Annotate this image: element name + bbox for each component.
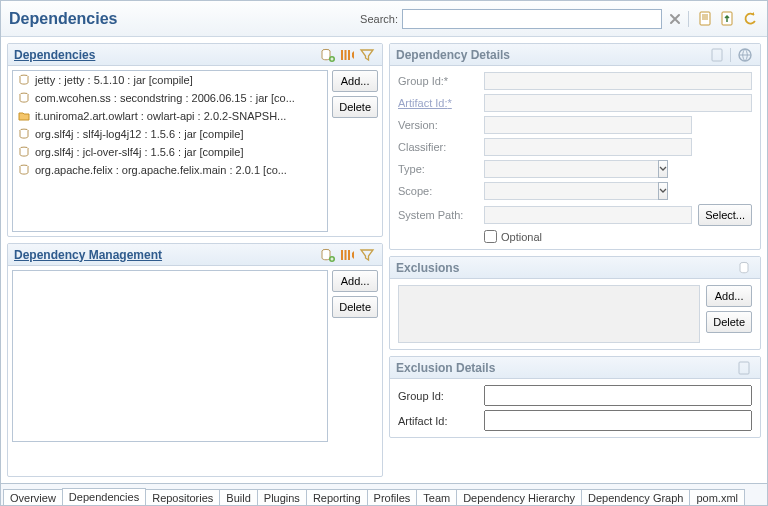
- dependencies-title[interactable]: Dependencies: [14, 48, 95, 62]
- excl-group-id-field[interactable]: [484, 385, 752, 406]
- tab-dependencies[interactable]: Dependencies: [62, 488, 146, 505]
- tab-dependency-hierarchy[interactable]: Dependency Hierarchy: [456, 489, 582, 505]
- select-path-button[interactable]: Select...: [698, 204, 752, 226]
- add-jar-icon[interactable]: [736, 259, 754, 277]
- system-path-field[interactable]: [484, 206, 692, 224]
- label-artifact-id[interactable]: Artifact Id:: [398, 97, 478, 109]
- jar-icon: [17, 163, 31, 177]
- svg-rect-14: [341, 250, 343, 260]
- tab-overview[interactable]: Overview: [3, 489, 63, 505]
- tab-dependency-graph[interactable]: Dependency Graph: [581, 489, 690, 505]
- editor-tabs: OverviewDependenciesRepositoriesBuildPlu…: [1, 483, 767, 505]
- label-optional: Optional: [501, 231, 542, 243]
- optional-checkbox[interactable]: [484, 230, 497, 243]
- page-title: Dependencies: [9, 10, 117, 28]
- label-excl-artifact-id: Artifact Id:: [398, 415, 478, 427]
- chevron-down-icon[interactable]: [658, 160, 668, 178]
- search-label: Search:: [360, 13, 398, 25]
- excl-delete-button[interactable]: Delete: [706, 311, 752, 333]
- dependency-details-section: Dependency Details Group Id: Artifact Id…: [389, 43, 761, 250]
- sort-icon[interactable]: [338, 246, 356, 264]
- svg-rect-17: [712, 49, 722, 61]
- list-item[interactable]: org.slf4j : jcl-over-slf4j : 1.5.6 : jar…: [13, 143, 327, 161]
- add-jar-icon[interactable]: [318, 46, 336, 64]
- dependencies-section: Dependencies jetty : jetty : 5.1.10 : ja…: [7, 43, 383, 237]
- label-excl-group-id: Group Id:: [398, 390, 478, 402]
- excl-add-button[interactable]: Add...: [706, 285, 752, 307]
- sort-icon[interactable]: [338, 46, 356, 64]
- chevron-down-icon[interactable]: [658, 182, 668, 200]
- project-icon: [17, 109, 31, 123]
- scope-combo[interactable]: [484, 182, 644, 200]
- filter-icon[interactable]: [358, 246, 376, 264]
- dep-mgmt-title[interactable]: Dependency Management: [14, 248, 162, 262]
- svg-rect-16: [348, 250, 350, 260]
- exclusions-title: Exclusions: [396, 261, 459, 275]
- tab-plugins[interactable]: Plugins: [257, 489, 307, 505]
- artifact-id-field[interactable]: [484, 94, 752, 112]
- exclusions-section: Exclusions Add... Delete: [389, 256, 761, 350]
- filter-icon[interactable]: [358, 46, 376, 64]
- excl-artifact-id-field[interactable]: [484, 410, 752, 431]
- jar-icon: [17, 73, 31, 87]
- label-system-path: System Path:: [398, 209, 478, 221]
- version-field[interactable]: [484, 116, 692, 134]
- deps-add-button[interactable]: Add...: [332, 70, 378, 92]
- label-group-id: Group Id:: [398, 75, 478, 87]
- tab-build[interactable]: Build: [219, 489, 257, 505]
- classifier-field[interactable]: [484, 138, 692, 156]
- deps-delete-button[interactable]: Delete: [332, 96, 378, 118]
- open-web-icon[interactable]: [736, 46, 754, 64]
- jar-icon: [17, 145, 31, 159]
- label-scope: Scope:: [398, 185, 478, 197]
- open-pom-icon[interactable]: [709, 46, 727, 64]
- group-id-field[interactable]: [484, 72, 752, 90]
- dep-mgmt-list[interactable]: [12, 270, 328, 442]
- exclusion-details-section: Exclusion Details Group Id: Artifact Id:: [389, 356, 761, 438]
- label-classifier: Classifier:: [398, 141, 478, 153]
- excl-details-title: Exclusion Details: [396, 361, 495, 375]
- svg-rect-15: [345, 250, 347, 260]
- svg-rect-4: [341, 50, 343, 60]
- dependency-management-section: Dependency Management Add...: [7, 243, 383, 477]
- list-item[interactable]: jetty : jetty : 5.1.10 : jar [compile]: [13, 71, 327, 89]
- open-pom-icon[interactable]: [736, 359, 754, 377]
- label-version: Version:: [398, 119, 478, 131]
- open-parent-pom-icon[interactable]: [719, 10, 737, 28]
- svg-rect-5: [345, 50, 347, 60]
- svg-rect-6: [348, 50, 350, 60]
- jar-icon: [17, 91, 31, 105]
- add-jar-icon[interactable]: [318, 246, 336, 264]
- mgmt-delete-button[interactable]: Delete: [332, 296, 378, 318]
- tab-team[interactable]: Team: [416, 489, 457, 505]
- tab-reporting[interactable]: Reporting: [306, 489, 368, 505]
- dependencies-list[interactable]: jetty : jetty : 5.1.10 : jar [compile] c…: [12, 70, 328, 232]
- dep-details-title: Dependency Details: [396, 48, 510, 62]
- type-combo[interactable]: [484, 160, 644, 178]
- list-item[interactable]: org.apache.felix : org.apache.felix.main…: [13, 161, 327, 179]
- clear-search-icon[interactable]: [666, 10, 684, 28]
- tab-profiles[interactable]: Profiles: [367, 489, 418, 505]
- list-item[interactable]: org.slf4j : slf4j-log4j12 : 1.5.6 : jar …: [13, 125, 327, 143]
- mgmt-add-button[interactable]: Add...: [332, 270, 378, 292]
- list-item[interactable]: it.uniroma2.art.owlart : owlart-api : 2.…: [13, 107, 327, 125]
- search-input[interactable]: [402, 9, 662, 29]
- jar-icon: [17, 127, 31, 141]
- open-effective-pom-icon[interactable]: [697, 10, 715, 28]
- tab-pom-xml[interactable]: pom.xml: [689, 489, 745, 505]
- tab-repositories[interactable]: Repositories: [145, 489, 220, 505]
- exclusions-list[interactable]: [398, 285, 700, 343]
- refresh-icon[interactable]: [741, 10, 759, 28]
- label-type: Type:: [398, 163, 478, 175]
- svg-rect-20: [739, 362, 749, 374]
- list-item[interactable]: com.wcohen.ss : secondstring : 2006.06.1…: [13, 89, 327, 107]
